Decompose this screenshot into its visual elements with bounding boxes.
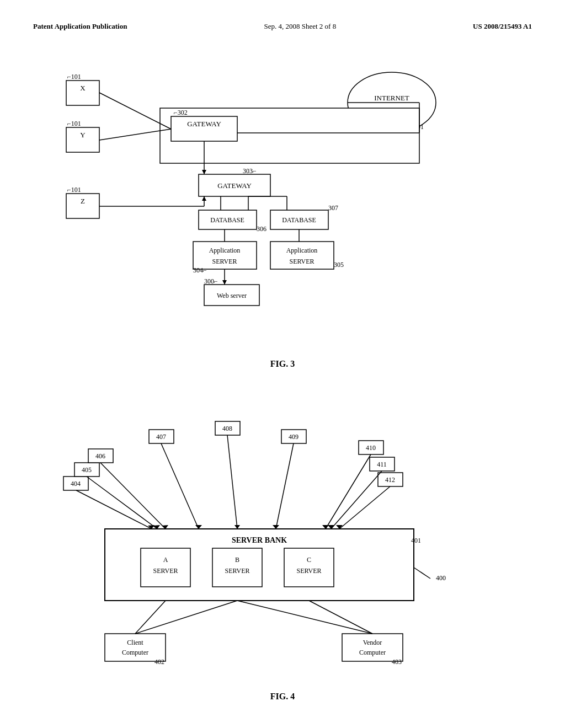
- fig3-container: X ⌐101 Y ⌐101 Z ⌐101 INTERNET 301 GATEWA…: [33, 47, 532, 369]
- header-left: Patent Application Publication: [33, 22, 127, 31]
- header-center: Sep. 4, 2008 Sheet 2 of 8: [264, 22, 336, 31]
- svg-rect-69: [105, 634, 166, 661]
- svg-text:402: 402: [154, 658, 164, 666]
- svg-text:Vendor: Vendor: [363, 639, 382, 646]
- svg-text:SERVER BANK: SERVER BANK: [232, 536, 287, 544]
- svg-text:DATABASE: DATABASE: [210, 216, 244, 224]
- fig3-label: FIG. 3: [33, 359, 532, 369]
- svg-text:410: 410: [366, 444, 376, 452]
- svg-text:407: 407: [156, 433, 166, 441]
- svg-rect-73: [342, 634, 403, 661]
- svg-text:SERVER: SERVER: [289, 258, 314, 265]
- svg-text:307: 307: [328, 204, 338, 212]
- svg-text:408: 408: [222, 425, 232, 432]
- svg-text:400: 400: [436, 574, 446, 582]
- svg-text:300⌐: 300⌐: [204, 277, 218, 285]
- fig4-svg: SERVER BANK 401 A SERVER B SERVER C SERV…: [33, 380, 530, 689]
- svg-text:405: 405: [82, 466, 92, 474]
- svg-line-80: [237, 601, 372, 634]
- fig4-container: SERVER BANK 401 A SERVER B SERVER C SERV…: [33, 380, 532, 702]
- svg-line-115: [339, 486, 390, 529]
- svg-text:SERVER: SERVER: [296, 567, 321, 575]
- svg-line-107: [227, 435, 237, 529]
- svg-line-79: [309, 601, 372, 634]
- svg-text:SERVER: SERVER: [225, 567, 249, 575]
- svg-line-105: [161, 443, 199, 529]
- svg-text:⌐302: ⌐302: [174, 109, 188, 116]
- svg-text:SERVER: SERVER: [153, 567, 178, 575]
- header-right: US 2008/215493 A1: [473, 22, 532, 31]
- svg-line-67: [414, 568, 430, 579]
- svg-marker-112: [322, 525, 329, 529]
- svg-marker-104: [162, 525, 168, 529]
- svg-text:Application: Application: [209, 247, 241, 254]
- svg-marker-114: [328, 525, 334, 529]
- fig3-svg: X ⌐101 Y ⌐101 Z ⌐101 INTERNET 301 GATEWA…: [33, 47, 530, 356]
- svg-text:411: 411: [377, 461, 387, 468]
- svg-text:C: C: [307, 556, 311, 564]
- svg-text:Application: Application: [286, 247, 318, 254]
- fig4-label: FIG. 4: [33, 692, 532, 702]
- svg-line-99: [76, 490, 152, 529]
- svg-text:Z: Z: [81, 197, 85, 205]
- svg-text:⌐101: ⌐101: [67, 73, 81, 81]
- svg-text:403: 403: [392, 658, 402, 666]
- svg-text:⌐101: ⌐101: [67, 120, 81, 127]
- svg-text:GATEWAY: GATEWAY: [217, 181, 252, 190]
- svg-text:409: 409: [289, 433, 299, 441]
- svg-text:DATABASE: DATABASE: [282, 216, 316, 224]
- page-header: Patent Application Publication Sep. 4, 2…: [33, 22, 532, 31]
- svg-text:Y: Y: [80, 131, 86, 139]
- page: Patent Application Publication Sep. 4, 2…: [0, 0, 565, 728]
- svg-text:Client: Client: [127, 639, 143, 646]
- svg-marker-25: [202, 170, 206, 174]
- svg-marker-108: [234, 525, 240, 529]
- svg-marker-110: [273, 525, 279, 529]
- svg-text:GATEWAY: GATEWAY: [187, 120, 221, 128]
- svg-text:Computer: Computer: [359, 649, 386, 656]
- svg-marker-54: [202, 196, 206, 201]
- svg-text:305: 305: [334, 261, 344, 269]
- svg-text:Web server: Web server: [217, 292, 247, 299]
- svg-text:404: 404: [71, 480, 81, 488]
- svg-text:406: 406: [95, 452, 105, 460]
- svg-marker-51: [222, 280, 227, 285]
- svg-text:306: 306: [257, 225, 266, 233]
- svg-text:INTERNET: INTERNET: [374, 94, 409, 102]
- svg-text:Computer: Computer: [122, 649, 148, 656]
- svg-text:303⌐: 303⌐: [243, 167, 257, 175]
- svg-text:412: 412: [385, 476, 395, 484]
- svg-text:A: A: [163, 556, 168, 564]
- svg-text:SERVER: SERVER: [212, 258, 237, 265]
- svg-text:401: 401: [411, 537, 421, 544]
- svg-text:B: B: [235, 556, 239, 564]
- svg-line-109: [276, 443, 294, 529]
- svg-text:⌐101: ⌐101: [67, 186, 81, 194]
- svg-text:304⌐: 304⌐: [193, 266, 207, 274]
- svg-marker-106: [195, 525, 202, 529]
- svg-text:X: X: [80, 84, 86, 92]
